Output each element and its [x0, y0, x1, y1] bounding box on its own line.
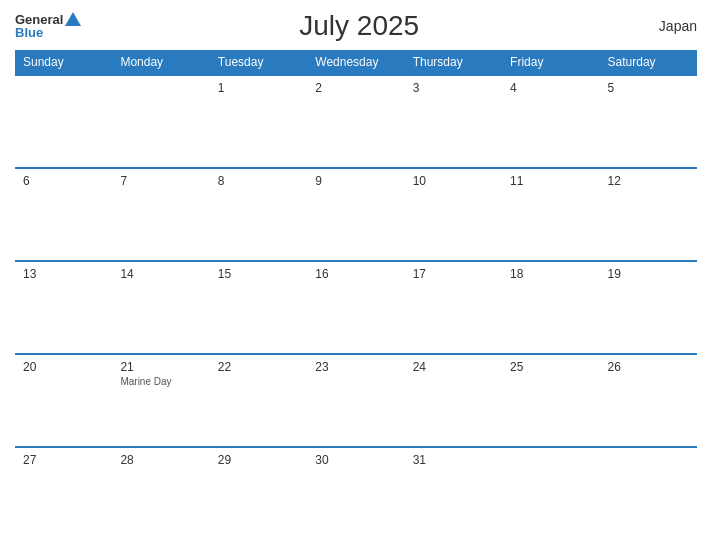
day-number: 28 [120, 453, 201, 467]
day-number: 20 [23, 360, 104, 374]
day-number: 17 [413, 267, 494, 281]
calendar-day-cell: 27 [15, 447, 112, 540]
calendar-week-row: 6789101112 [15, 168, 697, 261]
calendar-col-header: Friday [502, 50, 599, 75]
calendar-day-cell: 12 [600, 168, 697, 261]
calendar-day-cell: 9 [307, 168, 404, 261]
calendar-col-header: Wednesday [307, 50, 404, 75]
calendar-day-cell: 29 [210, 447, 307, 540]
day-number: 13 [23, 267, 104, 281]
calendar-day-cell [600, 447, 697, 540]
day-number: 2 [315, 81, 396, 95]
calendar-header: SundayMondayTuesdayWednesdayThursdayFrid… [15, 50, 697, 75]
calendar-week-row: 2728293031 [15, 447, 697, 540]
day-number: 12 [608, 174, 689, 188]
calendar-day-cell: 4 [502, 75, 599, 168]
calendar-day-cell: 5 [600, 75, 697, 168]
day-number: 5 [608, 81, 689, 95]
calendar-header-row: SundayMondayTuesdayWednesdayThursdayFrid… [15, 50, 697, 75]
calendar-col-header: Sunday [15, 50, 112, 75]
day-number: 11 [510, 174, 591, 188]
day-number: 27 [23, 453, 104, 467]
day-number: 7 [120, 174, 201, 188]
calendar-day-cell [15, 75, 112, 168]
day-number: 29 [218, 453, 299, 467]
day-number: 22 [218, 360, 299, 374]
logo-blue-text: Blue [15, 26, 43, 39]
day-number: 30 [315, 453, 396, 467]
day-number: 14 [120, 267, 201, 281]
calendar-day-cell: 18 [502, 261, 599, 354]
calendar-day-cell: 6 [15, 168, 112, 261]
calendar-day-cell: 28 [112, 447, 209, 540]
calendar-day-cell: 24 [405, 354, 502, 447]
calendar-col-header: Saturday [600, 50, 697, 75]
calendar-day-cell [502, 447, 599, 540]
calendar-table: SundayMondayTuesdayWednesdayThursdayFrid… [15, 50, 697, 540]
day-number: 26 [608, 360, 689, 374]
day-number: 18 [510, 267, 591, 281]
calendar-week-row: 2021Marine Day2223242526 [15, 354, 697, 447]
day-number: 6 [23, 174, 104, 188]
calendar-day-cell: 17 [405, 261, 502, 354]
day-number: 23 [315, 360, 396, 374]
calendar-week-row: 13141516171819 [15, 261, 697, 354]
logo: General Blue [15, 13, 81, 39]
calendar-day-cell: 15 [210, 261, 307, 354]
day-number: 8 [218, 174, 299, 188]
holiday-label: Marine Day [120, 376, 201, 387]
day-number: 16 [315, 267, 396, 281]
calendar-day-cell: 26 [600, 354, 697, 447]
calendar-day-cell: 2 [307, 75, 404, 168]
calendar-day-cell: 22 [210, 354, 307, 447]
page-header: General Blue July 2025 Japan [15, 10, 697, 42]
calendar-day-cell: 31 [405, 447, 502, 540]
logo-triangle-icon [65, 12, 81, 26]
calendar-day-cell: 14 [112, 261, 209, 354]
day-number: 21 [120, 360, 201, 374]
calendar-day-cell: 11 [502, 168, 599, 261]
day-number: 3 [413, 81, 494, 95]
country-label: Japan [637, 18, 697, 34]
calendar-day-cell: 3 [405, 75, 502, 168]
calendar-day-cell: 23 [307, 354, 404, 447]
calendar-day-cell: 19 [600, 261, 697, 354]
day-number: 25 [510, 360, 591, 374]
calendar-day-cell: 10 [405, 168, 502, 261]
calendar-day-cell: 1 [210, 75, 307, 168]
calendar-col-header: Tuesday [210, 50, 307, 75]
calendar-day-cell: 8 [210, 168, 307, 261]
day-number: 31 [413, 453, 494, 467]
day-number: 15 [218, 267, 299, 281]
calendar-col-header: Thursday [405, 50, 502, 75]
day-number: 24 [413, 360, 494, 374]
calendar-day-cell: 20 [15, 354, 112, 447]
day-number: 10 [413, 174, 494, 188]
calendar-col-header: Monday [112, 50, 209, 75]
calendar-day-cell: 21Marine Day [112, 354, 209, 447]
day-number: 1 [218, 81, 299, 95]
calendar-day-cell: 30 [307, 447, 404, 540]
calendar-day-cell: 16 [307, 261, 404, 354]
day-number: 19 [608, 267, 689, 281]
calendar-title: July 2025 [81, 10, 637, 42]
day-number: 4 [510, 81, 591, 95]
calendar-day-cell: 13 [15, 261, 112, 354]
day-number: 9 [315, 174, 396, 188]
calendar-day-cell [112, 75, 209, 168]
calendar-day-cell: 7 [112, 168, 209, 261]
calendar-body: 123456789101112131415161718192021Marine … [15, 75, 697, 540]
calendar-week-row: 12345 [15, 75, 697, 168]
calendar-day-cell: 25 [502, 354, 599, 447]
